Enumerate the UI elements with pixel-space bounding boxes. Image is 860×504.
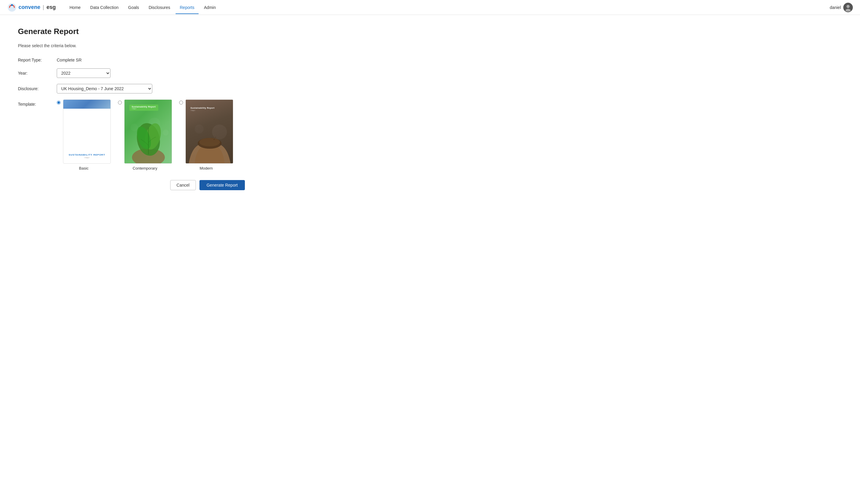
template-basic-body: SUSTAINABILITY REPORT <Year>: [63, 109, 111, 163]
contemporary-badge-title: Sustainability Report: [132, 106, 156, 108]
logo-brand: convene: [18, 4, 40, 11]
disclosure-select[interactable]: UK Housing_Demo - 7 June 2022: [57, 84, 152, 93]
logo[interactable]: convene | esg: [7, 3, 56, 12]
cancel-button[interactable]: Cancel: [170, 180, 196, 190]
nav-goals[interactable]: Goals: [124, 1, 143, 14]
template-basic-header-bar: [63, 100, 111, 109]
template-option-modern[interactable]: Sustainability Report <Year> Modern: [179, 99, 233, 171]
svg-point-11: [214, 139, 215, 140]
logo-product: esg: [46, 4, 56, 11]
nav-data-collection[interactable]: Data Collection: [86, 1, 123, 14]
template-basic-radio[interactable]: [57, 101, 61, 104]
nav-reports[interactable]: Reports: [175, 1, 199, 14]
year-select[interactable]: 2022 2021 2020 2019: [57, 68, 111, 78]
svg-point-10: [199, 138, 220, 146]
main-content: Generate Report Please select the criter…: [0, 15, 269, 202]
contemporary-badge-year: <Year>: [132, 108, 156, 110]
modern-title-text: Sustainability Report: [190, 107, 215, 109]
template-contemporary-radio-row: Sustainability Report <Year>: [118, 99, 172, 164]
template-label: Template:: [18, 99, 57, 106]
template-modern-name: Modern: [199, 166, 213, 171]
template-contemporary-badge: Sustainability Report <Year>: [129, 104, 158, 111]
template-basic-title-text: SUSTAINABILITY REPORT: [69, 154, 105, 156]
template-options: SUSTAINABILITY REPORT <Year> Basic: [57, 99, 233, 171]
svg-point-1: [11, 4, 13, 6]
page-subtitle: Please select the criteria below.: [18, 43, 251, 48]
template-modern-card: Sustainability Report <Year>: [185, 99, 233, 164]
template-option-contemporary[interactable]: Sustainability Report <Year> Contemporar…: [118, 99, 172, 171]
svg-point-3: [847, 5, 850, 8]
nav-disclosures[interactable]: Disclosures: [145, 1, 174, 14]
template-modern-radio-row: Sustainability Report <Year>: [179, 99, 233, 164]
button-row: Cancel Generate Report: [18, 180, 245, 190]
user-name: daniel: [830, 5, 841, 10]
page-title: Generate Report: [18, 27, 251, 36]
template-basic-radio-row: SUSTAINABILITY REPORT <Year>: [57, 99, 111, 164]
report-type-label: Report Type:: [18, 58, 57, 62]
leaf-svg: [125, 116, 172, 163]
year-label: Year:: [18, 71, 57, 75]
template-basic-year-text: <Year>: [84, 157, 89, 159]
logo-separator: |: [43, 4, 44, 11]
modern-year-text: <Year>: [190, 110, 215, 111]
template-modern-radio[interactable]: [179, 101, 183, 104]
template-basic-card: SUSTAINABILITY REPORT <Year>: [63, 99, 111, 164]
template-option-basic[interactable]: SUSTAINABILITY REPORT <Year> Basic: [57, 99, 111, 171]
hands-area: [186, 117, 233, 163]
report-type-value: Complete SR: [57, 58, 82, 62]
template-basic-name: Basic: [79, 166, 89, 171]
svg-point-13: [212, 138, 212, 138]
template-contemporary-radio[interactable]: [118, 101, 122, 104]
hands-svg: [186, 117, 233, 163]
year-row: Year: 2022 2021 2020 2019: [18, 68, 251, 78]
leaf-area: [125, 116, 172, 163]
nav-home[interactable]: Home: [66, 1, 85, 14]
report-type-row: Report Type: Complete SR: [18, 58, 251, 62]
template-contemporary-name: Contemporary: [132, 166, 157, 171]
header-right: daniel: [830, 3, 853, 12]
header: convene | esg Home Data Collection Goals…: [0, 0, 860, 15]
main-nav: Home Data Collection Goals Disclosures R…: [66, 1, 220, 14]
generate-report-button[interactable]: Generate Report: [199, 180, 245, 190]
template-row: Template: SUSTAINABILITY REPORT <Year> B…: [18, 99, 251, 171]
nav-admin[interactable]: Admin: [200, 1, 220, 14]
avatar[interactable]: [843, 3, 853, 12]
svg-point-12: [215, 137, 216, 138]
template-modern-text-block: Sustainability Report <Year>: [190, 107, 215, 111]
template-contemporary-card: Sustainability Report <Year>: [124, 99, 172, 164]
header-left: convene | esg Home Data Collection Goals…: [7, 1, 220, 14]
disclosure-label: Disclosure:: [18, 86, 57, 91]
disclosure-row: Disclosure: UK Housing_Demo - 7 June 202…: [18, 84, 251, 93]
logo-icon: [7, 3, 17, 12]
